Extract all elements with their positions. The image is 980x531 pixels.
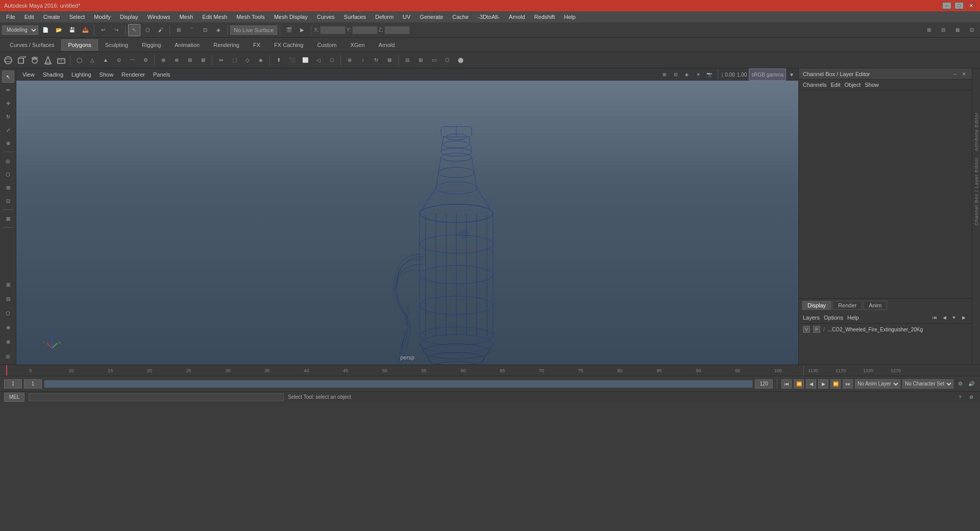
sphere-icon-btn[interactable] (2, 54, 14, 66)
boolean-btn[interactable]: ⊠ (197, 54, 209, 66)
menu-modify[interactable]: Modify (90, 13, 114, 21)
paint-select[interactable]: 🖌 (155, 24, 167, 36)
tl-settings-btn[interactable]: ⚙ (955, 379, 965, 389)
layers-item[interactable]: Layers (803, 315, 820, 321)
last-tool-btn[interactable]: ⊡ (2, 195, 14, 207)
separate-btn[interactable]: ⊗ (170, 54, 183, 66)
uv-cylindrical-btn[interactable]: ⬡ (441, 54, 453, 66)
select-tool[interactable]: ↖ (128, 24, 140, 36)
x-field[interactable] (320, 26, 346, 34)
renderer-menu[interactable]: Renderer (118, 70, 148, 79)
character-set-select[interactable]: No Character Set (902, 379, 953, 389)
connect-btn[interactable]: ⊠ (383, 54, 396, 66)
anim-layer-select[interactable]: No Anim Layer (855, 379, 900, 389)
goto-start-btn[interactable]: ⏮ (781, 379, 792, 389)
scale-btn[interactable]: ⤢ (2, 124, 14, 136)
soft-mod-btn[interactable]: ◎ (2, 155, 14, 167)
redo-button[interactable]: ↪ (110, 24, 122, 36)
menu-mesh-display[interactable]: Mesh Display (270, 13, 312, 21)
uv-unfold-btn[interactable]: ⊟ (401, 54, 413, 66)
snap-curve[interactable]: ⌒ (186, 24, 198, 36)
prism-icon-btn[interactable]: △ (86, 54, 99, 66)
gamma-dropdown[interactable]: ▼ (788, 68, 795, 81)
lasso-tool[interactable]: ⬡ (141, 24, 154, 36)
smooth-btn[interactable]: ⬚ (228, 54, 240, 66)
new-file-button[interactable]: 📄 (39, 24, 52, 36)
tab-fx-caching[interactable]: FX Caching (267, 39, 310, 51)
vp-toggle1[interactable]: ⊞ (660, 70, 669, 79)
viewport-canvas[interactable]: .wire { stroke: #1a3a8a; stroke-width: 0… (16, 81, 798, 365)
tab-xgen[interactable]: XGen (344, 39, 371, 51)
render-globals-btn[interactable]: ⬡ (2, 306, 15, 320)
layer-tab-display[interactable]: Display (802, 301, 831, 310)
status-help-btn[interactable]: ? (955, 393, 965, 402)
menu-surfaces[interactable]: Surfaces (340, 13, 370, 21)
menu-help[interactable]: Help (560, 13, 580, 21)
layer-btn1[interactable]: ⏮ (930, 313, 939, 322)
fill-hole-btn[interactable]: ⬜ (299, 54, 311, 66)
frame-range-bar[interactable] (44, 380, 753, 388)
tab-polygons[interactable]: Polygons (61, 39, 97, 51)
pipe-icon-btn[interactable]: ⊙ (113, 54, 125, 66)
outliner-btn[interactable]: ⊗ (2, 335, 15, 348)
extract-btn[interactable]: ⊞ (184, 54, 196, 66)
tl-audio-btn[interactable]: 🔊 (967, 379, 976, 389)
tab-sculpting[interactable]: Sculpting (99, 39, 135, 51)
layer-btn4[interactable]: ▶ (960, 313, 968, 322)
top-right-btn4[interactable]: ⊡ (966, 24, 978, 36)
menu-select[interactable]: Select (65, 13, 89, 21)
restore-button[interactable]: □ (954, 2, 964, 9)
current-frame-input[interactable] (24, 379, 42, 389)
help-item[interactable]: Help (847, 315, 859, 321)
close-button[interactable]: ✕ (967, 2, 976, 9)
layer-vis-p[interactable]: P (813, 326, 820, 333)
minimize-button[interactable]: ─ (942, 2, 951, 9)
menu-curves[interactable]: Curves (313, 13, 339, 21)
quick-layout-btn[interactable]: ⊞ (2, 278, 15, 291)
tab-rigging[interactable]: Rigging (135, 39, 167, 51)
rotate-btn[interactable]: ↻ (2, 110, 14, 123)
menu-generate[interactable]: Generate (415, 13, 447, 21)
menu-arnold[interactable]: Arnold (505, 13, 529, 21)
render-button[interactable]: 🎬 (283, 24, 295, 36)
show-menu[interactable]: Show (865, 82, 879, 88)
torus-icon-btn[interactable]: ◯ (73, 54, 85, 66)
move-btn[interactable]: ✛ (2, 97, 14, 109)
cube-icon-btn[interactable] (15, 54, 28, 66)
tab-animation[interactable]: Animation (168, 39, 206, 51)
combine-btn[interactable]: ⊕ (157, 54, 169, 66)
status-settings-btn[interactable]: ⚙ (967, 393, 976, 402)
layer-tab-render[interactable]: Render (832, 301, 862, 310)
wedge-btn[interactable]: ◁ (312, 54, 325, 66)
view-menu[interactable]: View (19, 70, 38, 79)
object-menu[interactable]: Object (844, 82, 861, 88)
paint-btn[interactable]: ✏ (2, 84, 14, 96)
snap-surface[interactable]: ◈ (212, 24, 225, 36)
timeline-ruler[interactable]: 5 10 15 20 25 30 35 40 45 50 55 60 65 70… (0, 365, 980, 376)
remesh-btn[interactable]: ◈ (255, 54, 267, 66)
menu-uv[interactable]: UV (399, 13, 414, 21)
edit-menu[interactable]: Edit (830, 82, 840, 88)
cone-icon-btn[interactable] (42, 54, 54, 66)
hypershade-btn[interactable]: ◎ (2, 349, 15, 363)
layer-btn3[interactable]: ▼ (950, 313, 958, 322)
uv-layout-btn[interactable]: ⊞ (414, 54, 427, 66)
sculpt-btn[interactable]: ⬡ (2, 168, 14, 180)
flip-btn[interactable]: ↕ (357, 54, 369, 66)
show-manip-btn[interactable]: ⊞ (2, 181, 14, 194)
uv-spherical-btn[interactable]: ⬤ (454, 54, 467, 66)
play-fwd-btn[interactable]: ▶ (818, 379, 828, 389)
extrude-btn[interactable]: ⬆ (273, 54, 285, 66)
cb-minimize[interactable]: ─ (951, 70, 959, 78)
mel-tab[interactable]: MEL (4, 393, 24, 402)
snap-grid[interactable]: ⊞ (173, 24, 185, 36)
save-as-button[interactable]: 📥 (79, 24, 91, 36)
tab-rendering[interactable]: Rendering (207, 39, 246, 51)
channels-menu[interactable]: Channels (803, 82, 826, 88)
vp-toggle2[interactable]: ⊟ (671, 70, 680, 79)
tab-curves-surfaces[interactable]: Curves / Surfaces (3, 39, 61, 51)
end-frame-input[interactable] (755, 379, 773, 389)
vp-camera-btn[interactable]: 📷 (705, 70, 714, 79)
mode-dropdown[interactable]: Modeling (2, 26, 38, 35)
mel-input[interactable] (29, 393, 284, 401)
